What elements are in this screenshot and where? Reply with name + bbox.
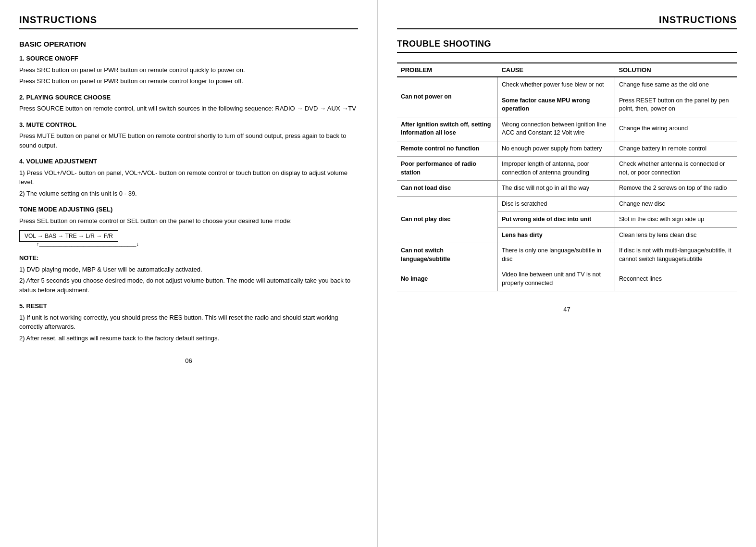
table-header-row: PROBLEM CAUSE SOLUTION (397, 63, 737, 77)
cause-cell: No enough power supply from battery (497, 141, 615, 157)
tone-sequence-container: VOL → BAS → TRE → L/R → F/R ↑___________… (19, 228, 358, 247)
tone-mode-p1: Press SEL button on remote control or SE… (19, 216, 358, 226)
table-row: Can not power onCheck whether power fuse… (397, 77, 737, 93)
solution-cell: If disc is not with multi-language/subti… (615, 243, 737, 267)
solution-cell: Change fuse same as the old one (615, 77, 737, 93)
section-reset-title: 5. RESET (19, 301, 358, 311)
table-row: Poor performance of radio stationImprope… (397, 157, 737, 181)
section-playing-source: 2. PLAYING SOURCE CHOOSE Press SOURCE bu… (19, 93, 358, 113)
solution-cell: Check whether antenna is connected or no… (615, 157, 737, 181)
cause-cell: Put wrong side of disc into unit (497, 212, 615, 228)
section-source-on-off-title: 1. SOURCE ON/OFF (19, 54, 358, 63)
section-mute-control-title: 3. MUTE CONTROL (19, 120, 358, 130)
solution-cell: Reconnect lines (615, 267, 737, 291)
reset-p2: 2) After reset, all settings will resume… (19, 334, 358, 343)
problem-cell: Can not play disc (397, 196, 497, 243)
table-row: After ignition switch off, setting infor… (397, 117, 737, 141)
trouble-table: PROBLEM CAUSE SOLUTION Can not power onC… (397, 62, 737, 291)
section-volume-adjustment: 4. VOLUME ADJUSTMENT 1) Press VOL+/VOL- … (19, 157, 358, 198)
cause-cell: Improper length of antenna, poor connect… (497, 157, 615, 181)
section-tone-title: TONE MODE ADJUSTING (SEL) (19, 205, 358, 214)
problem-cell: Remote control no function (397, 141, 497, 157)
cause-cell: Disc is scratched (497, 196, 615, 212)
note-p2: 2) After 5 seconds you choose desired mo… (19, 276, 358, 295)
volume-p1: 1) Press VOL+/VOL- button on panel, VOL+… (19, 168, 358, 187)
section-volume-title: 4. VOLUME ADJUSTMENT (19, 157, 358, 166)
table-row: Can not play discDisc is scratchedChange… (397, 196, 737, 212)
problem-cell: Can not load disc (397, 181, 497, 197)
section-playing-source-title: 2. PLAYING SOURCE CHOOSE (19, 93, 358, 102)
left-header: INSTRUCTIONS (19, 14, 358, 29)
cause-cell: The disc will not go in all the way (497, 181, 615, 197)
problem-cell: Poor performance of radio station (397, 157, 497, 181)
col-cause: CAUSE (497, 63, 615, 77)
cause-cell: Video line between unit and TV is not pr… (497, 267, 615, 291)
source-on-off-p2: Press SRC button on panel or PWR button … (19, 76, 358, 86)
section-note: NOTE: 1) DVD playing mode, MBP & User wi… (19, 253, 358, 295)
problem-cell: No image (397, 267, 497, 291)
left-section-title: BASIC OPERATION (19, 40, 358, 48)
tone-back-arrow: ↑_________________________________↓ (37, 241, 358, 247)
playing-source-p1: Press SOURCE button on remote control, u… (19, 104, 358, 113)
left-page: INSTRUCTIONS BASIC OPERATION 1. SOURCE O… (0, 0, 378, 547)
tone-sequence-text: VOL → BAS → TRE → L/R → F/R (25, 233, 113, 239)
solution-cell: Press RESET button on the panel by pen p… (615, 93, 737, 117)
cause-cell: Some factor cause MPU wrong operation (497, 93, 615, 117)
problem-cell: After ignition switch off, setting infor… (397, 117, 497, 141)
reset-p1: 1) If unit is not working correctly, you… (19, 313, 358, 332)
right-page-number: 47 (397, 306, 737, 313)
table-row: Can not load discThe disc will not go in… (397, 181, 737, 197)
tone-sequence-box: VOL → BAS → TRE → L/R → F/R (19, 230, 118, 242)
solution-cell: Change new disc (615, 196, 737, 212)
col-problem: PROBLEM (397, 63, 497, 77)
volume-p2: 2) The volume setting on this unit is 0 … (19, 189, 358, 199)
right-page: INSTRUCTIONS TROUBLE SHOOTING PROBLEM CA… (378, 0, 756, 547)
left-page-number: 06 (19, 357, 358, 364)
right-header: INSTRUCTIONS (397, 14, 737, 29)
source-on-off-p1: Press SRC button on panel or PWR button … (19, 65, 358, 75)
solution-cell: Slot in the disc with sign side up (615, 212, 737, 228)
mute-control-p1: Press MUTE button on panel or MUTE butto… (19, 131, 358, 150)
solution-cell: Remove the 2 screws on top of the radio (615, 181, 737, 197)
solution-cell: Change the wiring around (615, 117, 737, 141)
cause-cell: Check whether power fuse blew or not (497, 77, 615, 93)
table-row: No imageVideo line between unit and TV i… (397, 267, 737, 291)
problem-cell: Can not power on (397, 77, 497, 117)
table-row: Can not switch language/subtitleThere is… (397, 243, 737, 267)
cause-cell: There is only one language/subtitle in d… (497, 243, 615, 267)
trouble-shooting-title: TROUBLE SHOOTING (397, 39, 737, 53)
section-note-title: NOTE: (19, 253, 358, 263)
note-p1: 1) DVD playing mode, MBP & User will be … (19, 265, 358, 274)
section-reset: 5. RESET 1) If unit is not working corre… (19, 301, 358, 343)
cause-cell: Wrong connection between ignition line A… (497, 117, 615, 141)
table-row: Remote control no functionNo enough powe… (397, 141, 737, 157)
cause-cell: Lens has dirty (497, 227, 615, 243)
section-source-on-off: 1. SOURCE ON/OFF Press SRC button on pan… (19, 54, 358, 86)
solution-cell: Clean lens by lens clean disc (615, 227, 737, 243)
col-solution: SOLUTION (615, 63, 737, 77)
section-tone-mode: TONE MODE ADJUSTING (SEL) Press SEL butt… (19, 205, 358, 247)
problem-cell: Can not switch language/subtitle (397, 243, 497, 267)
section-mute-control: 3. MUTE CONTROL Press MUTE button on pan… (19, 120, 358, 150)
solution-cell: Change battery in remote control (615, 141, 737, 157)
